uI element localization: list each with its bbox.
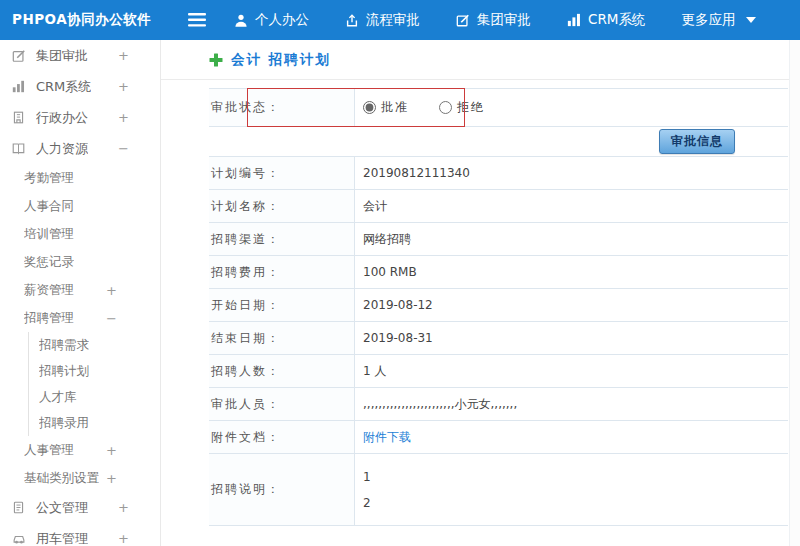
- sidebar-item-label: CRM系统: [36, 78, 91, 96]
- sidebar-item-crm-system[interactable]: CRM系统 +: [0, 71, 160, 102]
- book-icon: [12, 142, 29, 155]
- chart-icon: [12, 80, 29, 93]
- add-plus-icon[interactable]: [209, 53, 223, 67]
- field-label: 审批状态：: [209, 89, 355, 126]
- approval-button-row: 审批信息: [209, 127, 788, 157]
- recruitment-submenu: 招聘需求 招聘计划 人才库 招聘录用: [28, 332, 160, 436]
- nav-crm-system[interactable]: CRM系统: [567, 11, 645, 29]
- radio-approve[interactable]: 批准: [363, 99, 409, 116]
- radio-reject-input[interactable]: [439, 101, 452, 114]
- field-label: 招聘人数：: [209, 355, 355, 387]
- field-value: 会计: [355, 198, 788, 215]
- sidebar-item-label: 行政办公: [36, 109, 88, 127]
- building-icon: [12, 111, 29, 124]
- table-row-attachment: 附件文档： 附件下载: [209, 421, 788, 454]
- sidebar-item-hr-contract[interactable]: 人事合同: [0, 192, 160, 220]
- field-label: 审批人员：: [209, 388, 355, 420]
- sidebar-item-admin-office[interactable]: 行政办公 +: [0, 102, 160, 133]
- field-value: 附件下载: [355, 429, 788, 446]
- table-row-cost: 招聘费用： 100 RMB: [209, 256, 788, 289]
- sidebar-item-group-approval[interactable]: 集团审批 +: [0, 40, 160, 71]
- collapse-toggle[interactable]: −: [118, 141, 128, 156]
- flow-icon: [345, 13, 359, 28]
- sidebar-item-recruitment[interactable]: 招聘管理 −: [0, 304, 160, 332]
- sidebar-item-attendance[interactable]: 考勤管理: [0, 164, 160, 192]
- nav-process-approval[interactable]: 流程审批: [345, 11, 420, 29]
- expand-toggle[interactable]: +: [106, 471, 116, 486]
- sidebar-item-document-mgmt[interactable]: 公文管理 +: [0, 492, 160, 523]
- radio-approve-input[interactable]: [363, 101, 376, 114]
- field-label: 开始日期：: [209, 289, 355, 321]
- sidebar-item-base-category[interactable]: 基础类别设置 +: [0, 464, 160, 492]
- nav-more-apps[interactable]: 更多应用: [681, 11, 756, 29]
- expand-toggle[interactable]: +: [118, 48, 128, 63]
- app-window: PHPOA协同办公软件 个人办公 流程审批 集团审批: [0, 0, 800, 546]
- field-value: 1 人: [355, 363, 788, 380]
- table-row-headcount: 招聘人数： 1 人: [209, 355, 788, 388]
- table-row-start-date: 开始日期： 2019-08-12: [209, 289, 788, 322]
- expand-toggle[interactable]: +: [106, 283, 116, 298]
- field-label: 招聘说明：: [209, 454, 355, 525]
- page-title: 会计 招聘计划: [231, 51, 331, 69]
- field-label: 招聘费用：: [209, 256, 355, 288]
- sidebar-item-salary[interactable]: 薪资管理 +: [0, 276, 160, 304]
- user-icon: [234, 13, 248, 28]
- table-row-approvers: 审批人员： ,,,,,,,,,,,,,,,,,,,,,,,,小元女,,,,,,,: [209, 388, 788, 421]
- caret-down-icon: [746, 17, 756, 23]
- attachment-download-link[interactable]: 附件下载: [363, 430, 411, 444]
- expand-toggle[interactable]: +: [118, 500, 128, 515]
- expand-toggle[interactable]: +: [106, 443, 116, 458]
- field-label: 附件文档：: [209, 421, 355, 453]
- app-logo: PHPOA协同办公软件: [0, 11, 172, 29]
- top-header: PHPOA协同办公软件 个人办公 流程审批 集团审批: [0, 0, 800, 40]
- expand-toggle[interactable]: +: [118, 79, 128, 94]
- main-content: 会计 招聘计划 审批状态： 批准 拒绝 审批信息: [161, 40, 800, 546]
- approval-status-row: 审批状态： 批准 拒绝: [209, 89, 788, 127]
- field-value: ,,,,,,,,,,,,,,,,,,,,,,,,小元女,,,,,,,: [355, 396, 788, 413]
- expand-toggle[interactable]: +: [118, 110, 128, 125]
- sidebar-item-recruit-plan[interactable]: 招聘计划: [29, 358, 160, 384]
- field-label: 计划名称：: [209, 190, 355, 222]
- approval-status-radios: 批准 拒绝: [355, 99, 788, 116]
- table-row-channel: 招聘渠道： 网络招聘: [209, 223, 788, 256]
- table-row-end-date: 结束日期： 2019-08-31: [209, 322, 788, 355]
- sidebar-item-label: 人力资源: [36, 140, 88, 158]
- scrollbar[interactable]: [789, 40, 800, 546]
- field-label: 计划编号：: [209, 157, 355, 189]
- nav-personal-office[interactable]: 个人办公: [234, 11, 309, 29]
- sidebar-item-hr-management[interactable]: 人事管理 +: [0, 436, 160, 464]
- sidebar-item-talent-pool[interactable]: 人才库: [29, 384, 160, 410]
- field-label: 结束日期：: [209, 322, 355, 354]
- field-value: 20190812111340: [355, 166, 788, 180]
- top-navigation: 个人办公 流程审批 集团审批 CRM系统: [234, 11, 756, 29]
- sidebar-item-recruit-hire[interactable]: 招聘录用: [29, 410, 160, 436]
- field-value: 2019-08-12: [355, 298, 788, 312]
- expand-toggle[interactable]: +: [118, 531, 128, 546]
- sidebar-item-vehicle-mgmt[interactable]: 用车管理 +: [0, 523, 160, 546]
- approval-info-button[interactable]: 审批信息: [659, 129, 735, 154]
- sidebar-item-training[interactable]: 培训管理: [0, 220, 160, 248]
- radio-reject[interactable]: 拒绝: [439, 99, 485, 116]
- table-row-plan-number: 计划编号： 20190812111340: [209, 157, 788, 190]
- field-value: 100 RMB: [355, 265, 788, 279]
- document-icon: [12, 501, 29, 514]
- detail-form: 审批状态： 批准 拒绝 审批信息 计划编号： 20190812111: [209, 88, 788, 526]
- table-row-description: 招聘说明： 1 2: [209, 454, 788, 526]
- field-value: 2019-08-31: [355, 331, 788, 345]
- field-value: 1 2: [355, 464, 788, 516]
- breadcrumb: 会计 招聘计划: [161, 40, 800, 80]
- field-label: 招聘渠道：: [209, 223, 355, 255]
- sidebar-item-rewards[interactable]: 奖惩记录: [0, 248, 160, 276]
- sidebar-item-recruit-demand[interactable]: 招聘需求: [29, 332, 160, 358]
- table-row-plan-name: 计划名称： 会计: [209, 190, 788, 223]
- sidebar-item-human-resources[interactable]: 人力资源 −: [0, 133, 160, 164]
- nav-group-approval[interactable]: 集团审批: [456, 11, 531, 29]
- collapse-toggle[interactable]: −: [106, 311, 116, 326]
- chart-icon: [567, 13, 581, 27]
- hamburger-menu-icon[interactable]: [188, 13, 206, 27]
- edit-icon: [456, 13, 470, 28]
- edit-icon: [12, 49, 29, 63]
- field-value: 网络招聘: [355, 231, 788, 248]
- car-icon: [12, 532, 29, 545]
- sidebar-item-label: 集团审批: [36, 47, 88, 65]
